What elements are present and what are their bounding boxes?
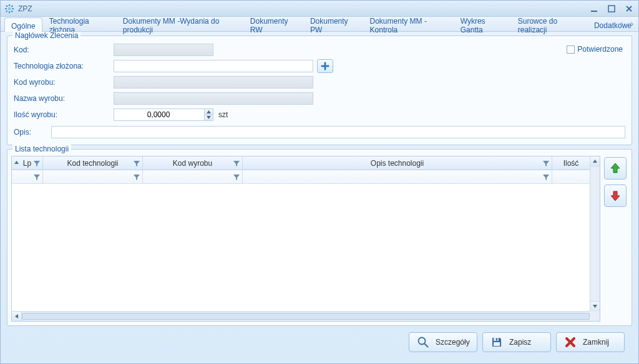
tab-wykres-gantta[interactable]: Wykres Gantta	[454, 17, 511, 31]
confirmed-checkbox[interactable]	[567, 46, 575, 54]
close-x-icon	[564, 336, 577, 348]
filter-icon	[134, 174, 140, 180]
confirmed-field: Potwierdzone	[567, 45, 623, 54]
tab-scroll-buttons	[617, 17, 638, 31]
button-label: Zapisz	[509, 338, 531, 347]
column-header-kod-wyrobu[interactable]: Kod wyrobu	[143, 156, 243, 170]
tab-scroll-right[interactable]	[627, 20, 636, 29]
close-form-button[interactable]: Zamknij	[556, 332, 625, 352]
filter-icon	[34, 174, 40, 180]
ilosc-spinner	[114, 108, 213, 121]
opis-input[interactable]	[51, 126, 625, 138]
nazwa-wyrobu-label: Nazwa wyrobu:	[14, 94, 114, 103]
button-label: Szczegóły	[436, 338, 470, 347]
horizontal-scrollbar[interactable]	[12, 311, 600, 321]
tab-label: Surowce do realizacji	[518, 17, 580, 34]
tab-dokumenty-mm-wydania[interactable]: Dokumenty MM -Wydania do produkcji	[116, 17, 243, 31]
tab-technologia-zlozona[interactable]: Technologia złożona	[42, 17, 116, 31]
move-up-button[interactable]	[604, 157, 627, 180]
details-button[interactable]: Szczegóły	[409, 332, 477, 352]
column-label: Ilość	[563, 159, 579, 168]
grid-body	[12, 184, 600, 321]
add-technology-button[interactable]	[317, 59, 333, 73]
title-bar: ZPZ	[1, 1, 638, 17]
spinner-down-button[interactable]	[204, 115, 213, 121]
tab-label: Dokumenty RW	[250, 17, 296, 34]
scrollbar-track[interactable]	[22, 312, 590, 321]
column-header-lp[interactable]: Lp	[12, 156, 43, 170]
technology-grid: Lp Kod technologii Kod wyrobu	[11, 156, 600, 322]
ilosc-wyrobu-label: Ilość wyrobu:	[14, 110, 114, 119]
column-label: Lp	[23, 159, 31, 168]
tab-dokumenty-pw[interactable]: Dokumenty PW	[303, 17, 363, 31]
grid-filter-row	[12, 170, 590, 184]
tab-label: Dokumenty PW	[310, 17, 356, 34]
column-label: Opis technologii	[371, 159, 424, 168]
maximize-button[interactable]	[606, 4, 617, 13]
confirmed-label: Potwierdzone	[577, 45, 623, 54]
svg-point-0	[8, 7, 11, 10]
filter-cell-kw[interactable]	[143, 170, 243, 183]
tab-dokumenty-rw[interactable]: Dokumenty RW	[243, 17, 303, 31]
filter-cell-kt[interactable]	[43, 170, 143, 183]
close-button[interactable]	[623, 4, 635, 13]
list-groupbox: Lista technologii Lp Kod technologii	[7, 149, 632, 326]
nazwa-wyrobu-input[interactable]	[114, 92, 313, 105]
column-header-ilosc[interactable]: Ilość	[552, 156, 590, 170]
svg-rect-5	[496, 338, 497, 341]
tab-label: Wykres Gantta	[461, 17, 504, 34]
content-area: Nagłówek Zlecenia Potwierdzone Kod: Tech…	[1, 32, 638, 363]
scroll-down-button[interactable]	[590, 301, 600, 311]
header-legend: Nagłówek Zlecenia	[12, 32, 80, 40]
scroll-left-button[interactable]	[12, 312, 22, 321]
filter-icon	[543, 174, 549, 180]
filter-icon[interactable]	[543, 160, 549, 166]
window-buttons	[588, 4, 635, 13]
column-header-kod-technologii[interactable]: Kod technologii	[43, 156, 143, 170]
move-down-button[interactable]	[604, 184, 627, 207]
tab-bar: Ogólne Technologia złożona Dokumenty MM …	[1, 17, 638, 32]
tab-label: Dokumenty MM -Wydania do produkcji	[123, 17, 237, 34]
scrollbar-handle[interactable]	[22, 313, 590, 320]
opis-label: Opis:	[14, 128, 51, 136]
kod-wyrobu-label: Kod wyrobu:	[14, 78, 114, 87]
save-button[interactable]: Zapisz	[482, 332, 551, 352]
filter-cell-lp[interactable]	[12, 170, 43, 183]
tab-label: Ogólne	[11, 22, 36, 31]
kod-label: Kod:	[14, 46, 114, 54]
filter-icon[interactable]	[34, 160, 40, 166]
footer-buttons: Szczegóły Zapisz Zamknij	[7, 330, 632, 358]
grid-header-row: Lp Kod technologii Kod wyrobu	[12, 156, 590, 170]
column-header-opis-technologii[interactable]: Opis technologii	[243, 156, 552, 170]
filter-icon[interactable]	[233, 160, 240, 166]
reorder-buttons	[604, 156, 628, 322]
techz-label: Technologia złożona:	[14, 62, 114, 70]
technologia-zlozona-input[interactable]	[114, 60, 313, 72]
kod-wyrobu-input[interactable]	[114, 76, 313, 89]
column-label: Kod wyrobu	[173, 159, 212, 168]
app-icon	[4, 4, 14, 14]
window-title: ZPZ	[18, 4, 588, 13]
tab-ogolne[interactable]: Ogólne	[4, 17, 42, 32]
filter-cell-il[interactable]	[552, 170, 590, 183]
svg-rect-1	[591, 11, 597, 12]
filter-icon[interactable]	[134, 160, 140, 166]
tab-scroll-left[interactable]	[617, 20, 626, 29]
app-window: ZPZ Ogólne Technologia złożona Dokumenty…	[0, 0, 639, 364]
filter-icon	[233, 174, 240, 180]
vertical-scrollbar[interactable]	[590, 156, 600, 311]
tab-dokumenty-mm-kontrola[interactable]: Dokumenty MM - Kontrola	[363, 17, 454, 31]
svg-rect-2	[608, 6, 615, 12]
scrollbar-corner	[590, 311, 600, 321]
kod-input[interactable]	[114, 44, 213, 56]
button-label: Zamknij	[583, 338, 609, 347]
ilosc-input[interactable]	[114, 108, 213, 121]
filter-cell-ot[interactable]	[243, 170, 552, 183]
magnifier-icon	[417, 336, 429, 348]
scroll-up-button[interactable]	[590, 156, 600, 166]
floppy-icon	[490, 336, 503, 348]
tab-surowce[interactable]: Surowce do realizacji	[511, 17, 587, 31]
sort-ascending-icon	[14, 157, 19, 166]
spinner-up-button[interactable]	[204, 109, 213, 115]
minimize-button[interactable]	[588, 4, 600, 13]
